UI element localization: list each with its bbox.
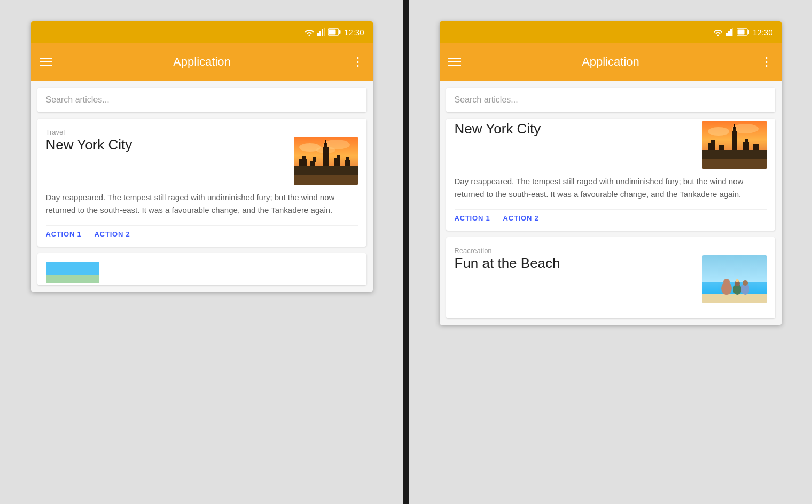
beach-card-category: Reacreation bbox=[455, 247, 492, 255]
hamburger-line-1 bbox=[40, 58, 52, 59]
wifi-icon-right bbox=[713, 28, 723, 36]
svg-point-57 bbox=[743, 280, 748, 286]
beach-thumbnail bbox=[702, 255, 767, 303]
partial-card-left bbox=[37, 253, 366, 285]
svg-rect-21 bbox=[337, 155, 340, 161]
svg-rect-13 bbox=[323, 147, 329, 166]
action2-button-left[interactable]: ACTION 2 bbox=[95, 230, 130, 238]
svg-rect-31 bbox=[732, 28, 733, 36]
svg-point-36 bbox=[708, 127, 729, 136]
search-placeholder-right: Search articles... bbox=[455, 95, 518, 104]
wifi-icon-left bbox=[304, 28, 314, 36]
svg-rect-2 bbox=[319, 31, 321, 36]
article-card-right: New York City bbox=[446, 119, 775, 231]
card-thumbnail-left bbox=[294, 137, 358, 185]
beach-card-header: Fun at the Beach bbox=[455, 255, 767, 303]
svg-rect-28 bbox=[726, 33, 728, 36]
svg-rect-7 bbox=[339, 30, 340, 34]
left-phone-screen: 12:30 Application ⋮ Search articles... T… bbox=[31, 21, 373, 292]
card-top-right: New York City bbox=[455, 121, 767, 169]
svg-rect-23 bbox=[346, 157, 349, 162]
card-actions-left: ACTION 1 ACTION 2 bbox=[46, 225, 358, 238]
phone-divider bbox=[403, 0, 409, 504]
svg-rect-24 bbox=[294, 175, 358, 185]
svg-rect-6 bbox=[329, 30, 335, 35]
svg-rect-48 bbox=[702, 159, 767, 169]
content-area-left: Search articles... Travel New York City bbox=[31, 81, 373, 292]
svg-rect-26 bbox=[46, 275, 99, 283]
card-title-right: New York City bbox=[455, 121, 696, 137]
action2-button-right[interactable]: ACTION 2 bbox=[503, 214, 539, 222]
nyc-skyline-svg bbox=[294, 137, 358, 185]
right-phone-wrapper: 12:30 Application ⋮ Search articles... N… bbox=[409, 0, 812, 504]
card-category-left: Travel bbox=[46, 128, 65, 136]
content-area-right: Search articles... New York City bbox=[440, 81, 782, 325]
search-placeholder-left: Search articles... bbox=[46, 95, 110, 104]
beach-card-title: Fun at the Beach bbox=[455, 255, 696, 272]
left-phone-wrapper: 12:30 Application ⋮ Search articles... T… bbox=[0, 0, 403, 504]
svg-rect-51 bbox=[702, 294, 767, 303]
status-icons-right: 12:30 bbox=[713, 28, 773, 37]
right-phone-screen: 12:30 Application ⋮ Search articles... N… bbox=[440, 21, 782, 325]
svg-rect-1 bbox=[317, 33, 319, 36]
battery-icon-right bbox=[737, 28, 749, 36]
signal-icon-right bbox=[726, 28, 733, 36]
card-header-left: New York City bbox=[46, 137, 358, 185]
partial-card-image-left bbox=[46, 262, 99, 283]
card-title-left: New York City bbox=[46, 137, 287, 153]
hamburger-icon-right[interactable] bbox=[448, 58, 461, 66]
battery-icon-left bbox=[328, 28, 341, 36]
svg-rect-29 bbox=[728, 31, 730, 36]
svg-point-58 bbox=[736, 279, 739, 282]
more-icon-right[interactable]: ⋮ bbox=[761, 55, 773, 69]
svg-rect-44 bbox=[719, 145, 724, 150]
app-title-left: Application bbox=[61, 55, 343, 69]
svg-rect-19 bbox=[313, 157, 316, 162]
beach-svg bbox=[702, 255, 767, 303]
svg-rect-4 bbox=[324, 28, 325, 36]
search-bar-right[interactable]: Search articles... bbox=[446, 88, 775, 112]
svg-rect-3 bbox=[322, 29, 323, 36]
svg-rect-33 bbox=[737, 30, 744, 35]
svg-point-27 bbox=[717, 35, 719, 36]
hamburger-line-1-right bbox=[448, 58, 461, 59]
beach-card-right: Reacreation Fun at the Beach bbox=[446, 237, 775, 318]
action1-button-right[interactable]: ACTION 1 bbox=[455, 214, 490, 222]
app-title-right: Application bbox=[470, 55, 752, 69]
svg-point-53 bbox=[723, 279, 730, 285]
action1-button-left[interactable]: ACTION 1 bbox=[46, 230, 82, 238]
status-bar-right: 12:30 bbox=[440, 21, 782, 43]
card-body-left: Day reappeared. The tempest still raged … bbox=[46, 191, 358, 217]
nyc-skyline-svg-right bbox=[702, 121, 767, 169]
search-bar-left[interactable]: Search articles... bbox=[37, 88, 366, 112]
svg-rect-17 bbox=[302, 156, 306, 161]
card-body-right: Day reappeared. The tempest still raged … bbox=[455, 175, 767, 201]
status-bar-left: 12:30 bbox=[31, 21, 373, 43]
article-card-left: Travel New York City bbox=[37, 119, 366, 247]
svg-rect-15 bbox=[325, 140, 326, 145]
svg-rect-34 bbox=[747, 30, 749, 34]
svg-rect-47 bbox=[753, 144, 759, 150]
status-time-left: 12:30 bbox=[344, 28, 364, 37]
status-icons-left: 12:30 bbox=[304, 28, 364, 37]
svg-rect-30 bbox=[730, 29, 732, 36]
hamburger-line-2 bbox=[40, 61, 52, 62]
hamburger-icon-left[interactable] bbox=[40, 58, 52, 66]
svg-rect-39 bbox=[732, 131, 737, 150]
app-bar-left: Application ⋮ bbox=[31, 43, 373, 81]
svg-rect-43 bbox=[710, 140, 715, 145]
hamburger-line-3-right bbox=[448, 65, 461, 66]
app-bar-right: Application ⋮ bbox=[440, 43, 782, 81]
svg-point-0 bbox=[308, 35, 310, 36]
hamburger-line-2-right bbox=[448, 61, 461, 62]
signal-icon-left bbox=[317, 28, 325, 36]
hamburger-line-3 bbox=[40, 65, 52, 66]
svg-rect-41 bbox=[734, 124, 735, 129]
more-icon-left[interactable]: ⋮ bbox=[352, 55, 364, 69]
status-time-right: 12:30 bbox=[753, 28, 773, 37]
card-actions-right: ACTION 1 ACTION 2 bbox=[455, 209, 767, 222]
svg-rect-46 bbox=[745, 139, 748, 145]
card-thumbnail-right bbox=[702, 121, 767, 169]
